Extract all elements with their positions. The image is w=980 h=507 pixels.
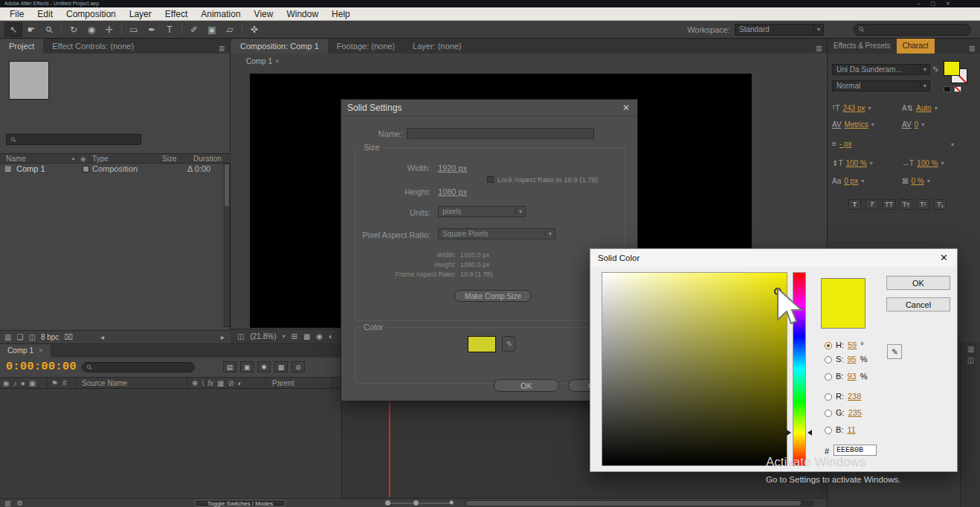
minimize-icon[interactable]: – [918, 0, 921, 7]
menu-composition[interactable]: Composition [59, 7, 123, 21]
chevron-down-icon[interactable]: ▾ [941, 160, 944, 167]
zoom-level[interactable]: (21.8%) [250, 332, 276, 340]
brush-tool-icon[interactable]: ✐ [185, 22, 203, 37]
current-timecode[interactable]: 0:00:00:00 [6, 361, 77, 373]
motion-blur-icon[interactable]: ⊘ [228, 379, 233, 387]
green-radio[interactable] [825, 410, 832, 417]
column-size[interactable]: Size [162, 155, 176, 163]
draft-3d-icon[interactable]: ▣ [240, 361, 254, 372]
height-value[interactable]: 1080 px [438, 187, 467, 196]
saturation-value[interactable]: 95 [847, 355, 856, 364]
close-tab-icon[interactable]: × [275, 57, 280, 65]
font-style-select[interactable]: Normal ▾ [832, 80, 930, 91]
label-flag-icon[interactable]: ⚑ [51, 379, 58, 387]
default-colors-icon[interactable] [944, 86, 951, 92]
project-scrollbar[interactable] [224, 164, 230, 327]
motion-blur-icon[interactable]: ⊘ [291, 361, 305, 372]
chevron-down-icon[interactable]: ▾ [951, 141, 954, 148]
ok-button[interactable]: OK [886, 276, 950, 290]
red-radio[interactable] [825, 393, 832, 401]
chevron-down-icon[interactable]: ▾ [871, 121, 874, 128]
brightness-radio[interactable] [825, 373, 832, 381]
subscript-button[interactable]: T₁ [934, 199, 947, 210]
workspace-select[interactable]: Standard ▾ [735, 24, 824, 36]
safe-zones-icon[interactable]: ⊞ [291, 332, 297, 340]
playhead-line[interactable] [389, 389, 390, 497]
pen-tool-icon[interactable]: ✒ [143, 22, 161, 37]
table-row[interactable]: ▦ Comp 1 Composition Δ 0:00 [0, 164, 220, 175]
audio-icon[interactable]: ♪ [13, 379, 17, 387]
viewer-subtab[interactable]: Comp 1 × [246, 56, 280, 66]
comp-flowchart-icon[interactable]: ▤ [223, 361, 236, 372]
tab-composition[interactable]: Composition: Comp 1 [231, 39, 328, 54]
chevron-down-icon[interactable]: ▾ [927, 178, 930, 184]
fill-color-swatch[interactable] [944, 61, 960, 76]
solid-color-swatch[interactable] [468, 336, 496, 352]
mask-shape-tool-icon[interactable]: ▭ [125, 22, 143, 37]
faux-italic-button[interactable]: T [865, 199, 878, 210]
tracking-control[interactable]: AV 0 ▾ [902, 120, 924, 129]
close-icon[interactable]: ✕ [622, 100, 630, 116]
spacing-value[interactable]: - px [839, 140, 852, 148]
width-value[interactable]: 1920 px [438, 164, 467, 172]
source-name-column[interactable]: Source Name [76, 378, 187, 388]
timeline-zoom-slider[interactable] [387, 503, 454, 504]
saturation-radio[interactable] [825, 356, 832, 364]
tab-layer[interactable]: Layer: (none) [404, 39, 470, 54]
menu-view[interactable]: View [248, 7, 280, 21]
delete-icon[interactable]: ⌧ [64, 333, 73, 341]
tab-effects-presets[interactable]: Effects & Presets [828, 39, 897, 54]
hide-shy-layers-icon[interactable]: ✱ [257, 361, 271, 372]
menu-file[interactable]: File [3, 7, 30, 21]
menu-edit[interactable]: Edit [30, 7, 59, 21]
blue-radio[interactable] [825, 427, 832, 434]
collapse-icon[interactable]: \ [202, 379, 204, 387]
ok-button[interactable]: OK [494, 379, 559, 392]
cancel-button[interactable]: Cancel [886, 297, 950, 311]
eyedropper-button[interactable]: ✐ [502, 336, 515, 352]
hue-value[interactable]: 59 [848, 340, 857, 349]
rotate-tool-icon[interactable]: ↻ [65, 22, 83, 37]
effects-fx-icon[interactable]: fx [207, 379, 213, 387]
close-tab-icon[interactable]: × [39, 346, 43, 355]
eraser-tool-icon[interactable]: ▱ [221, 22, 239, 37]
zoom-slider-knob[interactable] [413, 500, 419, 506]
snapshot-icon[interactable]: ◉ [316, 332, 323, 340]
solo-icon[interactable]: ● [21, 379, 25, 387]
new-folder-icon[interactable]: ❏ [16, 333, 23, 341]
panel-group-icon[interactable]: ◫ [961, 353, 980, 364]
hand-tool-icon[interactable]: ☛ [22, 22, 40, 37]
horizontal-scale-control[interactable]: ↔T 100 % ▾ [902, 159, 944, 167]
baseline-shift-value[interactable]: 0 px [844, 177, 858, 185]
toggle-switches-modes-button[interactable]: Toggle Switches / Modes [195, 500, 286, 507]
menu-animation[interactable]: Animation [194, 7, 247, 21]
video-eye-icon[interactable]: ◉ [3, 379, 10, 387]
font-size-control[interactable]: ᵀT 243 px ▾ [832, 104, 871, 112]
menu-layer[interactable]: Layer [123, 7, 158, 21]
column-type[interactable]: Type [92, 155, 109, 163]
column-duration[interactable]: Duration [193, 155, 222, 163]
red-value[interactable]: 238 [848, 392, 861, 401]
clone-stamp-tool-icon[interactable]: ▣ [203, 22, 221, 37]
superscript-button[interactable]: T¹ [917, 199, 929, 210]
magnification-icon[interactable]: ◫ [237, 332, 244, 340]
chevron-down-icon[interactable]: ▾ [282, 333, 285, 340]
scroll-left-icon[interactable]: ◂ [100, 333, 104, 341]
tab-footage[interactable]: Footage: (none) [328, 39, 404, 54]
hue-indicator-right-icon[interactable] [807, 430, 812, 436]
selection-tool-icon[interactable]: ↖ [4, 22, 22, 37]
help-search-input[interactable]: ⚲ [854, 24, 971, 36]
zoom-slider-knob[interactable] [385, 500, 390, 506]
brightness-value[interactable]: 93 [847, 372, 856, 381]
hue-radio[interactable] [825, 342, 832, 349]
tab-timeline-comp1[interactable]: Comp 1 × [0, 344, 51, 358]
project-search-input[interactable]: ⚲ [6, 134, 141, 145]
bpc-label[interactable]: 8 bpc [41, 333, 59, 341]
quality-icon[interactable]: ❋ [192, 379, 198, 387]
faux-bold-button[interactable]: T [848, 199, 861, 210]
chevron-down-icon[interactable]: ▾ [935, 105, 938, 112]
name-input[interactable] [407, 128, 594, 139]
type-tool-icon[interactable]: T [161, 22, 178, 37]
vertical-scale-value[interactable]: 100 % [846, 159, 867, 167]
lock-aspect-checkbox[interactable] [487, 176, 494, 183]
